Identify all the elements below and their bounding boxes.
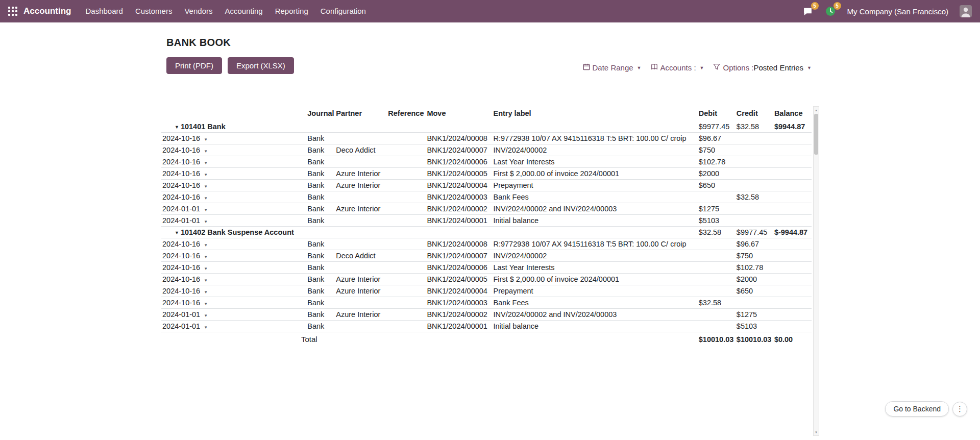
entry-credit	[736, 168, 773, 180]
entry-date-cell[interactable]: 2024-01-01▼	[161, 321, 306, 332]
entry-date-cell[interactable]: 2024-10-16▼	[161, 133, 306, 144]
menu-item-dashboard[interactable]: Dashboard	[80, 0, 129, 22]
group-debit: $9977.45	[698, 121, 736, 133]
entry-date-cell[interactable]: 2024-10-16▼	[161, 285, 306, 297]
date-dropdown-icon[interactable]: ▼	[204, 255, 208, 259]
menu-item-accounting[interactable]: Accounting	[218, 0, 268, 22]
menu-item-customers[interactable]: Customers	[129, 0, 179, 22]
date-dropdown-icon[interactable]: ▼	[204, 184, 208, 189]
entry-partner: Azure Interior	[335, 180, 387, 191]
entry-date-cell[interactable]: 2024-10-16▼	[161, 262, 306, 274]
export-xlsx-button[interactable]: Export (XLSX)	[228, 57, 294, 74]
entry-date-cell[interactable]: 2024-10-16▼	[161, 274, 306, 285]
account-group-name[interactable]: ▼101401 Bank	[161, 121, 698, 133]
entry-date-cell[interactable]: 2024-10-16▼	[161, 250, 306, 262]
entry-date-cell[interactable]: 2024-10-16▼	[161, 156, 306, 168]
entry-debit	[698, 274, 736, 285]
date-dropdown-icon[interactable]: ▼	[204, 302, 208, 306]
entry-journal: Bank	[306, 191, 335, 203]
date-dropdown-icon[interactable]: ▼	[204, 161, 208, 165]
entry-date-cell[interactable]: 2024-10-16▼	[161, 191, 306, 203]
entry-journal: Bank	[306, 203, 335, 215]
entry-label: Last Year Interests	[492, 262, 697, 274]
entry-credit: $32.58	[736, 191, 773, 203]
entry-date-cell[interactable]: 2024-10-16▼	[161, 238, 306, 250]
print-pdf-button[interactable]: Print (PDF)	[166, 57, 222, 74]
entry-date-cell[interactable]: 2024-10-16▼	[161, 180, 306, 191]
entry-reference	[387, 285, 426, 297]
activities-badge: 5	[834, 2, 841, 10]
total-credit: $10010.03	[736, 332, 773, 346]
date-range-label: Date Range	[593, 63, 633, 72]
accounts-label: Accounts :	[660, 63, 696, 72]
scrollbar-thumb[interactable]	[814, 114, 818, 155]
entry-row: 2024-01-01▼BankBNK1/2024/00001Initial ba…	[161, 215, 812, 227]
date-dropdown-icon[interactable]: ▼	[204, 219, 208, 224]
column-header-move: Move	[426, 105, 492, 121]
scroll-up-arrow[interactable]: ▲	[814, 107, 819, 113]
entry-credit: $2000	[736, 274, 773, 285]
menu-item-configuration[interactable]: Configuration	[314, 0, 372, 22]
chevron-down-icon: ▼	[637, 65, 642, 70]
entry-row: 2024-10-16▼BankDeco AddictBNK1/2024/0000…	[161, 250, 812, 262]
entry-date-cell[interactable]: 2024-10-16▼	[161, 168, 306, 180]
user-avatar[interactable]	[960, 5, 972, 17]
entry-date-cell[interactable]: 2024-10-16▼	[161, 297, 306, 309]
date-dropdown-icon[interactable]: ▼	[204, 196, 208, 201]
entry-date-cell[interactable]: 2024-10-16▼	[161, 144, 306, 156]
date-dropdown-icon[interactable]: ▼	[204, 149, 208, 154]
accounts-filter[interactable]: Accounts : ▼	[646, 60, 709, 76]
entry-reference	[387, 309, 426, 321]
entry-balance	[773, 297, 812, 309]
entry-date-cell[interactable]: 2024-01-01▼	[161, 309, 306, 321]
date-dropdown-icon[interactable]: ▼	[204, 313, 208, 318]
entry-partner	[335, 297, 387, 309]
menu-item-reporting[interactable]: Reporting	[269, 0, 314, 22]
entry-journal: Bank	[306, 156, 335, 168]
entry-date-cell[interactable]: 2024-01-01▼	[161, 215, 306, 227]
column-header-reference: Reference	[387, 105, 426, 121]
entry-journal: Bank	[306, 262, 335, 274]
scroll-down-arrow[interactable]: ▼	[814, 429, 819, 435]
entry-move: BNK1/2024/00002	[426, 203, 492, 215]
top-navbar: Accounting DashboardCustomersVendorsAcco…	[0, 0, 980, 22]
app-name[interactable]: Accounting	[23, 6, 71, 16]
entry-move: BNK1/2024/00003	[426, 191, 492, 203]
kebab-menu-button[interactable]: ⋮	[952, 402, 967, 417]
entry-balance	[773, 309, 812, 321]
activities-icon[interactable]: 5	[825, 6, 836, 17]
date-range-filter[interactable]: Date Range ▼	[578, 60, 646, 76]
entry-reference	[387, 250, 426, 262]
vertical-scrollbar[interactable]: ▲ ▼	[813, 106, 819, 436]
company-switcher[interactable]: My Company (San Francisco)	[847, 7, 948, 16]
entry-row: 2024-10-16▼BankAzure InteriorBNK1/2024/0…	[161, 168, 812, 180]
date-dropdown-icon[interactable]: ▼	[204, 208, 208, 212]
options-label: Options :	[723, 63, 753, 72]
options-filter[interactable]: Options :Posted Entries ▼	[708, 60, 816, 76]
entry-debit: $750	[698, 144, 736, 156]
entry-date-cell[interactable]: 2024-01-01▼	[161, 203, 306, 215]
entry-journal: Bank	[306, 297, 335, 309]
go-to-backend-button[interactable]: Go to Backend	[885, 401, 949, 417]
entry-partner	[335, 238, 387, 250]
entry-reference	[387, 144, 426, 156]
filter-funnel-icon	[713, 63, 720, 72]
menu-item-vendors[interactable]: Vendors	[178, 0, 218, 22]
filter-bar: Date Range ▼ Accounts : ▼ Options :Poste…	[578, 60, 816, 76]
date-dropdown-icon[interactable]: ▼	[204, 243, 208, 248]
date-dropdown-icon[interactable]: ▼	[204, 137, 208, 142]
entry-debit: $1275	[698, 203, 736, 215]
entry-journal: Bank	[306, 215, 335, 227]
entry-credit	[736, 203, 773, 215]
messages-icon[interactable]: 5	[802, 6, 814, 17]
apps-grid-icon[interactable]	[5, 4, 20, 19]
date-dropdown-icon[interactable]: ▼	[204, 325, 208, 330]
date-dropdown-icon[interactable]: ▼	[204, 266, 208, 271]
date-dropdown-icon[interactable]: ▼	[204, 173, 208, 177]
account-group-name[interactable]: ▼101402 Bank Suspense Account	[161, 227, 698, 238]
date-dropdown-icon[interactable]: ▼	[204, 290, 208, 295]
group-credit: $9977.45	[736, 227, 773, 238]
entry-reference	[387, 274, 426, 285]
date-dropdown-icon[interactable]: ▼	[204, 278, 208, 283]
entry-debit: $650	[698, 180, 736, 191]
